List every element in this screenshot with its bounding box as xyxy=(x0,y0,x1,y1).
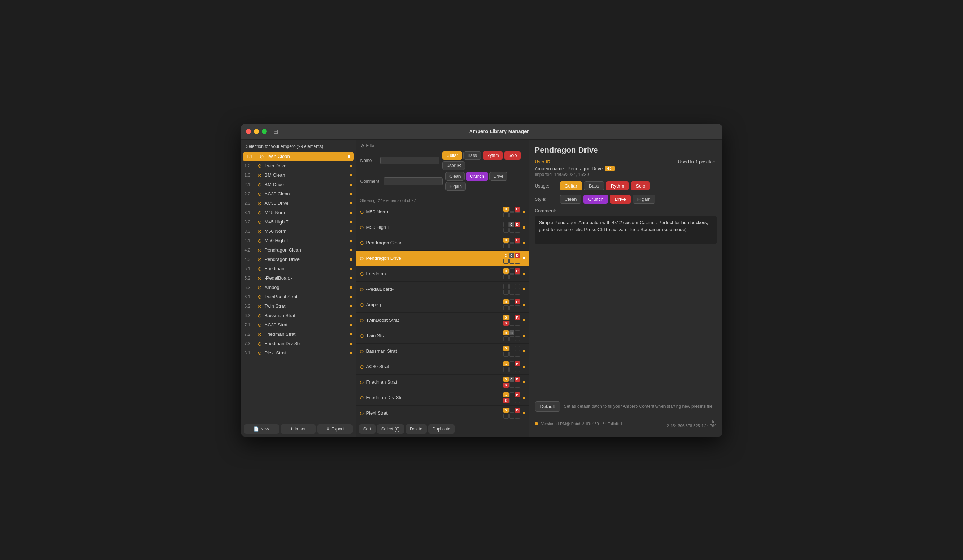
sidebar-item[interactable]: 2.1 ⊙ BM Drive xyxy=(241,180,356,189)
tag-badge: G xyxy=(503,330,509,335)
filter-style-crunch[interactable]: Crunch xyxy=(466,172,488,181)
sidebar-item[interactable]: 7.2 ⊙ Friedman Strat xyxy=(241,330,356,339)
sidebar-item[interactable]: 6.2 ⊙ Twin Strat xyxy=(241,302,356,311)
tag-badge xyxy=(509,284,514,289)
item-number: 3.3 xyxy=(245,229,255,234)
sidebar-item[interactable]: 4.3 ⊙ Pendragon Drive xyxy=(241,255,356,264)
middle-select-----button[interactable]: Select (0) xyxy=(377,424,404,434)
filter-usage-guitar[interactable]: Guitar xyxy=(442,151,462,160)
filter-usage-bass[interactable]: Bass xyxy=(464,151,481,160)
filter-name-input[interactable] xyxy=(380,157,439,165)
filter-usage-user-ir[interactable]: User IR xyxy=(442,161,465,170)
preset-item[interactable]: ⊙ Friedman Strat GCRS xyxy=(356,375,529,390)
filter-style-higain[interactable]: Higain xyxy=(446,182,466,191)
item-name: M50 Norm xyxy=(265,228,348,234)
filter-style-drive[interactable]: Drive xyxy=(490,172,507,181)
imported-value: 14/06/2024, 15:30 xyxy=(554,172,589,177)
sidebar-new-button[interactable]: 📄New xyxy=(244,424,279,434)
preset-item[interactable]: ⊙ Pendragon Drive GCD xyxy=(356,251,529,266)
tag-badge: C xyxy=(509,377,514,382)
sidebar-item[interactable]: 5.2 ⊙ -PedalBoard- xyxy=(241,274,356,283)
id-text: Id:2 454 306 878 525 4 24 760 xyxy=(667,419,717,428)
sidebar-item[interactable]: 5.3 ⊙ Ampeg xyxy=(241,283,356,292)
sidebar-item[interactable]: 6.1 ⊙ TwinBoost Strat xyxy=(241,292,356,302)
filter-style-clean[interactable]: Clean xyxy=(446,172,465,181)
item-indicator xyxy=(350,305,352,308)
item-name: Twin Drive xyxy=(265,163,348,168)
sidebar-export-button[interactable]: ⬇Export xyxy=(317,424,353,434)
sidebar-item[interactable]: 6.3 ⊙ Bassman Strat xyxy=(241,311,356,320)
sidebar-item[interactable]: 7.1 ⊙ AC30 Strat xyxy=(241,320,356,330)
tag-badge: R xyxy=(515,361,520,366)
sidebar-item[interactable]: 4.2 ⊙ Pendragon Clean xyxy=(241,246,356,255)
middle-delete-button[interactable]: Delete xyxy=(405,424,427,434)
preset-item[interactable]: ⊙ -PedalBoard- xyxy=(356,282,529,297)
sidebar-item[interactable]: 5.1 ⊙ Friedman xyxy=(241,264,356,274)
sidebar-item[interactable]: 7.3 ⊙ Friedman Drv Str xyxy=(241,339,356,348)
tag-badge xyxy=(509,383,514,388)
sidebar-item[interactable]: 8.1 ⊙ Plexi Strat xyxy=(241,348,356,358)
tag-badge xyxy=(503,222,509,227)
preset-item[interactable]: ⊙ Plexi Strat GD xyxy=(356,406,529,421)
close-button[interactable] xyxy=(246,129,251,134)
item-icon: ⊙ xyxy=(257,172,263,178)
default-button[interactable]: Default xyxy=(535,401,560,412)
item-name: Friedman Strat xyxy=(265,332,348,337)
item-name: AC30 Strat xyxy=(265,322,348,327)
version-info: Version: d-PM@ Patch & IR: 459 - 34 Tail… xyxy=(535,416,717,431)
sidebar-item[interactable]: 1.1 ⊙ Twin Clean xyxy=(243,152,353,161)
tag-badge: D xyxy=(515,222,520,227)
app-window: ⊞ Ampero Library Manager Selection for y… xyxy=(241,124,722,437)
middle-sort-button[interactable]: Sort xyxy=(359,424,376,434)
item-name: AC30 Drive xyxy=(265,201,348,206)
preset-item[interactable]: ⊙ TwinBoost Strat GRS xyxy=(356,313,529,328)
sidebar-item[interactable]: 3.3 ⊙ M50 Norm xyxy=(241,227,356,236)
tag-badge xyxy=(503,290,509,295)
maximize-button[interactable] xyxy=(262,129,267,134)
item-icon: ⊙ xyxy=(257,303,263,309)
sidebar-item[interactable]: 2.2 ⊙ AC30 Clean xyxy=(241,189,356,199)
default-section: Default Set as default patch to fill you… xyxy=(535,401,717,412)
detail-title: Pendragon Drive xyxy=(535,146,717,155)
preset-name: Bassman Strat xyxy=(366,348,501,354)
sidebar-item[interactable]: 2.3 ⊙ AC30 Drive xyxy=(241,199,356,208)
preset-item[interactable]: ⊙ Twin Strat GC xyxy=(356,328,529,344)
tag-badge: G xyxy=(503,361,509,366)
detail-style-drive: Drive xyxy=(610,195,630,204)
sidebar-import-button[interactable]: ⬆Import xyxy=(280,424,316,434)
minimize-button[interactable] xyxy=(254,129,259,134)
filter-comment-input[interactable] xyxy=(384,177,443,185)
sidebar-toggle[interactable]: ⊞ xyxy=(273,128,278,135)
sidebar-item[interactable]: 1.2 ⊙ Twin Drive xyxy=(241,161,356,171)
showing-text: Showing: 27 elements out of 27 xyxy=(356,197,529,204)
preset-indicator xyxy=(523,257,525,259)
detail-style-higain: Higain xyxy=(633,195,655,204)
tag-badge: G xyxy=(503,408,509,413)
preset-item[interactable]: ⊙ Bassman Strat G xyxy=(356,344,529,359)
sidebar-item[interactable]: 3.1 ⊙ M45 Norm xyxy=(241,208,356,217)
preset-item[interactable]: ⊙ Ampeg GR xyxy=(356,297,529,313)
preset-indicator xyxy=(523,350,525,352)
middle-duplicate-button[interactable]: Duplicate xyxy=(428,424,455,434)
sidebar-item[interactable]: 4.1 ⊙ M50 High T xyxy=(241,236,356,246)
preset-item[interactable]: ⊙ Friedman GR xyxy=(356,266,529,282)
item-icon: ⊙ xyxy=(259,154,265,159)
sidebar-item[interactable]: 1.3 ⊙ BM Clean xyxy=(241,171,356,180)
window-title: Ampero Library Manager xyxy=(281,128,717,134)
preset-item[interactable]: ⊙ M50 High T CD xyxy=(356,220,529,235)
filter-usage-rythm[interactable]: Rythm xyxy=(483,151,503,160)
sidebar-item[interactable]: 3.2 ⊙ M45 High T xyxy=(241,217,356,227)
tag-badge xyxy=(503,367,509,372)
item-number: 3.1 xyxy=(245,210,255,215)
tag-badge xyxy=(515,367,520,372)
preset-item[interactable]: ⊙ M50 Norm GR xyxy=(356,204,529,220)
tag-badge xyxy=(503,259,509,264)
preset-item[interactable]: ⊙ AC30 Strat GR xyxy=(356,359,529,375)
item-indicator xyxy=(350,230,352,233)
preset-item[interactable]: ⊙ Pendragon Clean GR xyxy=(356,235,529,251)
filter-usage-solo[interactable]: Solo xyxy=(504,151,521,160)
preset-item[interactable]: ⊙ Friedman Drv Str GRS xyxy=(356,390,529,406)
item-icon: ⊙ xyxy=(257,341,263,346)
tag-badge xyxy=(509,336,514,341)
tag-badge xyxy=(509,207,514,212)
